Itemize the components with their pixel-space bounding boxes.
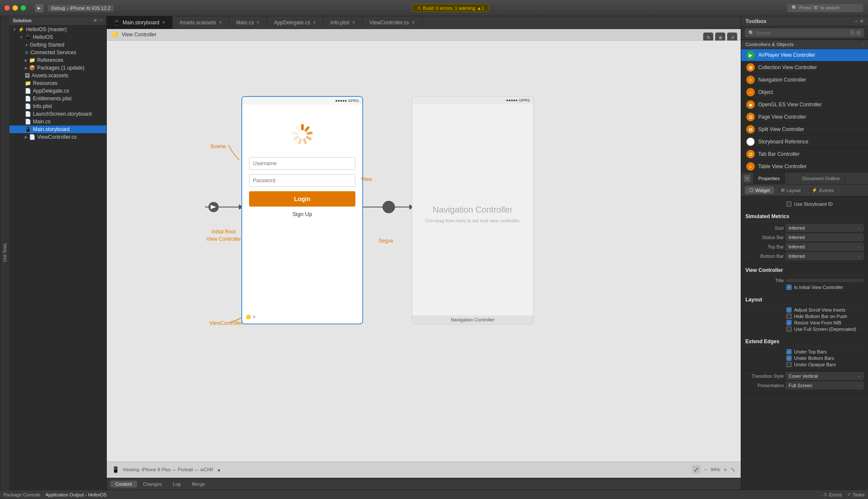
tree-item-packages[interactable]: ▶ 📦 Packages (1 update) [9, 64, 106, 72]
bottom-bar-value[interactable]: Inferred ⌄ [786, 252, 864, 260]
close-button[interactable] [4, 5, 10, 11]
size-value[interactable]: Inferred ⌄ [786, 224, 864, 232]
presentation-value[interactable]: Full Screen ⌄ [786, 382, 864, 389]
props-tab-document-outline[interactable]: Document Outline [797, 172, 845, 184]
inspector-tab-widget[interactable]: ⬡ Widget [745, 186, 774, 194]
view-toggle-buttons: ☰ ⊞ [850, 30, 861, 36]
toolbox-item-tabbar[interactable]: ⊡ Tab Bar Controller [741, 148, 868, 160]
top-bar-row: Top Bar Inferred ⌄ [745, 243, 864, 251]
status-errors[interactable]: ⚠ Errors [823, 492, 842, 497]
login-button[interactable]: Login [249, 191, 355, 207]
props-close[interactable]: ✕ [744, 175, 751, 182]
toolbox-section-expand[interactable]: ◦ [862, 42, 864, 47]
tab-main-storyboard[interactable]: 📱 Main.storyboard ✕ [107, 16, 173, 29]
is-initial-checkbox[interactable]: ✓ [786, 285, 792, 290]
use-storyboard-id-checkbox[interactable] [786, 201, 792, 207]
tab-close-info[interactable]: ✕ [352, 16, 355, 29]
tab-close-viewcontroller[interactable]: ✕ [411, 16, 415, 29]
toolbox-item-navigation[interactable]: ≡ Navigation Controller [741, 74, 868, 86]
status-app-output[interactable]: Application Output - HelloiOS [45, 492, 106, 497]
segue-label: Segue [378, 238, 393, 244]
expand-button[interactable]: ⤡ [730, 466, 736, 473]
top-bar-label: Top Bar [745, 244, 784, 249]
nav-controller-frame[interactable]: ●●●●● GPRS Navigation Controller Ctrl+dr… [412, 96, 534, 324]
tab-main-cs[interactable]: Main.cs ✕ [229, 16, 267, 29]
top-bar-value[interactable]: Inferred ⌄ [786, 243, 864, 251]
iphone-frame[interactable]: ●●●●● GPRS [241, 96, 363, 324]
under-top-bars-checkbox[interactable]: ✓ [786, 349, 792, 354]
toolbox-item-storyboard-ref[interactable]: ⊞ Storyboard Reference [741, 136, 868, 148]
password-field[interactable] [249, 174, 355, 187]
bottom-tab-merge[interactable]: Merge [187, 481, 210, 487]
bottom-tab-content[interactable]: Content [110, 481, 137, 487]
tree-item-info-plist[interactable]: 📄 Info.plist [9, 102, 106, 110]
tabs-bar: 📱 Main.storyboard ✕ Assets.xcassets ✕ Ma… [107, 16, 741, 29]
tree-item-appdelegate[interactable]: 📄 AppDelegate.cs [9, 87, 106, 95]
tab-info[interactable]: Info.plist ✕ [323, 16, 363, 29]
hide-bottom-bar-checkbox[interactable] [786, 314, 792, 319]
inspector-tab-layout[interactable]: ⊞ Layout [776, 186, 805, 194]
title-field[interactable] [786, 279, 864, 282]
bottom-tab-log[interactable]: Log [168, 481, 186, 487]
debug-breadcrumb[interactable]: Debug › iPhone Xr iOS 12.2 [47, 4, 114, 12]
tree-item-root[interactable]: ▼ ⚡ HelloiOS (master) [9, 26, 106, 33]
tab-close-main-cs[interactable]: ✕ [256, 16, 260, 29]
resize-nib-checkbox[interactable]: ✓ [786, 320, 792, 325]
toolbox-item-collection[interactable]: ⊞ Collection View Controller [741, 61, 868, 74]
adjust-scroll-checkbox[interactable]: ✓ [786, 307, 792, 312]
tree-item-references[interactable]: ▶ 📁 References [9, 56, 106, 64]
tree-item-getting-started[interactable]: ✦ Getting Started [9, 41, 106, 49]
unit-tests-tab[interactable]: Unit Tests [0, 16, 9, 490]
zoom-out[interactable]: − [704, 466, 707, 473]
tab-appdelegate[interactable]: AppDelegate.cs ✕ [267, 16, 323, 29]
sidebar-close[interactable]: ✕ ⋯ [93, 18, 103, 23]
tab-close-main-storyboard[interactable]: ✕ [162, 16, 165, 29]
tab-viewcontroller[interactable]: ViewController.cs ✕ [363, 16, 422, 29]
toolbox-collapse[interactable]: − [855, 18, 858, 24]
status-tasks[interactable]: ✓ Tasks [847, 492, 865, 497]
tab-close-assets[interactable]: ✕ [219, 16, 222, 29]
canvas-area[interactable]: Scene ●●●●● GPRS [107, 41, 741, 467]
minimize-button[interactable] [12, 5, 18, 11]
tab-close-appdelegate[interactable]: ✕ [313, 16, 316, 29]
list-view-button[interactable]: ☰ [850, 30, 855, 36]
tree-item-connected-services[interactable]: ⚙ Connected Services [9, 49, 106, 56]
use-full-screen-checkbox[interactable] [786, 327, 792, 332]
under-bottom-bars-checkbox[interactable]: ✓ [786, 356, 792, 361]
maximize-button[interactable] [21, 5, 26, 11]
toolbox-item-splitview[interactable]: ⊟ Split View Controller [741, 123, 868, 136]
scene1-label: Scene [210, 143, 226, 149]
view-controller-section: View Controller Title ✓ Is Initial View … [741, 264, 868, 293]
tab-assets[interactable]: Assets.xcassets ✕ [173, 16, 229, 29]
tree-item-entitlements[interactable]: 📄 Entitlements.plist [9, 95, 106, 102]
props-tab-properties[interactable]: Properties [753, 172, 785, 184]
toolbox-item-tableview[interactable]: ≡ Table View Controller [741, 160, 868, 172]
toolbox-item-pageview[interactable]: ⊡ Page View Controller [741, 111, 868, 123]
username-field[interactable] [249, 157, 355, 170]
inspector-tab-events[interactable]: ⚡ Events [807, 186, 839, 194]
transition-value[interactable]: Cover Vertical ⌄ [786, 372, 864, 380]
tree-item-main-cs[interactable]: 📄 Main.cs [9, 118, 106, 125]
tree-item-assets[interactable]: 🖼 Assets.xcassets [9, 72, 106, 79]
tree-item-launchscreen[interactable]: 📄 LaunchScreen.storyboard [9, 110, 106, 118]
status-bar-value[interactable]: Inferred ⌄ [786, 233, 864, 241]
tree-item-resources[interactable]: 📁 Resources [9, 79, 106, 87]
use-storyboard-id-label: Use Storyboard ID [794, 201, 833, 207]
toolbox-item-object[interactable]: ○ Object [741, 86, 868, 99]
tree-item-viewcontroller[interactable]: ▶ 📄 ViewController.cs [9, 133, 106, 141]
tree-item-helloios[interactable]: ▼ 📱 HelloiOS [9, 33, 106, 41]
build-status[interactable]: ⚠ Build: 0 errors, 1 warning ▲1 [412, 4, 489, 12]
fit-button[interactable]: ⤢ [692, 465, 701, 474]
under-opaque-bars-checkbox[interactable] [786, 362, 792, 367]
toolbox-item-avplayer[interactable]: ▶ AVPlayer View Controller [741, 49, 868, 61]
zoom-in[interactable]: + [724, 466, 727, 473]
bottom-tab-changes[interactable]: Changes [138, 481, 167, 487]
tree-item-main-storyboard[interactable]: 📱 Main.storyboard [9, 125, 106, 133]
status-package-console[interactable]: Package Console [3, 492, 40, 497]
toolbox-item-opengl[interactable]: ◈ OpenGL ES View Controller [741, 99, 868, 111]
grid-view-button[interactable]: ⊞ [856, 30, 861, 36]
search-bar[interactable]: 🔍 Press '⌘' to search [787, 3, 864, 12]
run-button[interactable]: ▶ [35, 3, 44, 13]
toolbox-search-input[interactable] [756, 30, 848, 35]
toolbox-expand[interactable]: ✕ [859, 18, 864, 24]
